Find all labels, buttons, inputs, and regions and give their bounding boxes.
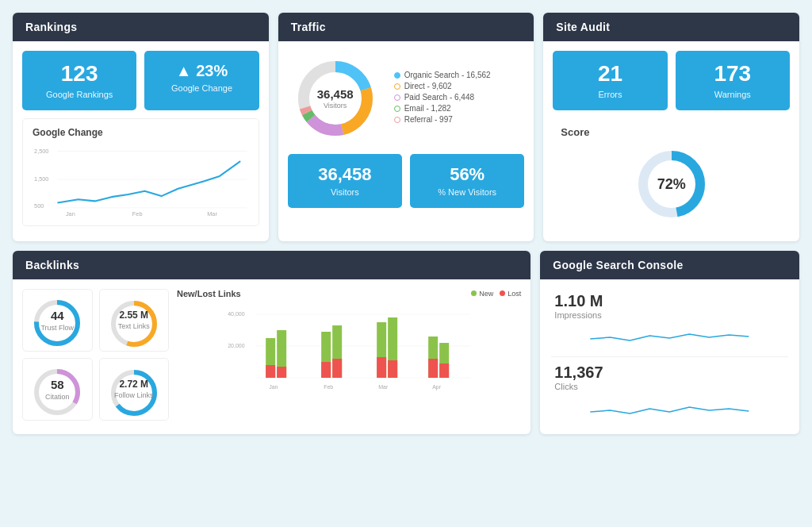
impressions-sparkline [554,323,785,347]
errors-card: 21 Errors [553,51,667,110]
traffic-panel: Traffic [278,13,534,241]
site-audit-header: Site Audit [543,13,799,41]
legend-new: New [471,290,493,298]
line-chart-svg: 2,500 1,500 500 Jan Feb Mar [33,143,249,217]
clicks-sparkline [554,394,785,418]
legend-dot-email [394,106,400,112]
bar-mar-lost-2 [388,360,397,378]
backlinks-panel: Backlinks 44 Trust Flow [13,251,530,434]
errors-label: Errors [561,90,659,99]
legend-dot-organic [394,72,400,79]
backlinks-metrics: 44 Trust Flow 2.55 M Text Links [22,289,169,421]
legend-referral-label: Referral - 997 [404,115,453,124]
new-visitors-value: 56% [418,165,516,184]
traffic-header: Traffic [278,13,534,41]
legend-dot-direct [394,83,400,90]
google-change-card: ▲ 23% Google Change [144,51,259,110]
legend-lost-dot [500,290,505,296]
follow-links-card: 2.72 M Follow Links [99,358,170,421]
audit-stats: 21 Errors 173 Warnings [553,51,790,110]
visitors-card: 36,458 Visitors [288,154,402,208]
errors-value: 21 [561,62,659,87]
google-rankings-value: 123 [30,62,128,87]
legend-email-label: Email - 1,282 [404,104,451,113]
text-links-label: Text Links [118,322,150,330]
traffic-legend: Organic Search - 16,562 Direct - 9,602 P… [394,71,491,126]
legend-lost: Lost [500,290,521,298]
legend-email: Email - 1,282 [394,104,491,113]
chart-title: Google Change [33,127,249,138]
new-visitors-label: % New Visitors [418,187,516,197]
svg-text:1,500: 1,500 [34,175,48,183]
legend-new-dot [471,290,477,296]
legend-new-label: New [479,290,493,298]
traffic-donut: 36,458 Visitors [288,51,383,146]
gsc-panel: Google Search Console 1.10 M Impressions… [540,251,799,434]
svg-text:Mar: Mar [207,210,217,217]
citation-card: 58 Citation [22,358,93,421]
warnings-value: 173 [684,62,782,87]
trust-flow-label: Trust Flow [40,324,74,332]
rankings-header: Rankings [13,13,269,41]
svg-text:40,000: 40,000 [228,311,245,317]
legend-lost-label: Lost [508,290,521,298]
bar-apr-lost-1 [428,359,438,378]
bar-jan-lost-2 [277,367,286,378]
donut-center: 36,458 Visitors [317,88,354,110]
bar-chart-title: New/Lost Links [177,289,241,298]
google-rankings-label: Google Rankings [30,90,128,99]
legend-direct: Direct - 9,602 [394,82,491,90]
bar-apr-lost-2 [439,364,449,378]
google-rankings-card: 123 Google Rankings [22,51,136,110]
google-change-value: ▲ 23% [152,62,251,80]
score-donut: 72% [632,144,711,224]
new-visitors-card: 56% % New Visitors [410,154,524,208]
google-change-chart: Google Change 2,500 1,500 500 Jan Feb Ma… [22,118,259,226]
bar-jan-lost-1 [266,365,275,378]
bar-mar-lost-1 [377,357,386,378]
svg-text:Jan: Jan [66,210,75,217]
google-change-label: Google Change [152,83,251,93]
legend-organic: Organic Search - 16,562 [394,71,491,79]
rankings-panel: Rankings 123 Google Rankings ▲ 23% Googl… [13,13,269,241]
svg-text:20,000: 20,000 [228,343,245,348]
score-section: Score 72% [553,118,790,232]
bar-chart-svg: 40,000 20,000 [177,302,521,405]
clicks-value: 11,367 [554,364,785,382]
clicks-label: Clicks [554,382,785,391]
svg-text:Feb: Feb [132,210,143,217]
impressions-row: 1.10 M Impressions [551,286,788,357]
score-center-value: 72% [657,175,686,192]
donut-value: 36,458 [317,88,354,102]
legend-dot-paid [394,94,400,101]
visitors-value: 36,458 [296,165,394,184]
legend-direct-label: Direct - 9,602 [404,82,452,90]
impressions-label: Impressions [554,310,785,320]
legend-referral: Referral - 997 [394,115,491,124]
visitors-label: Visitors [296,187,394,197]
svg-text:Mar: Mar [378,384,389,390]
new-lost-links-chart: New/Lost Links New Lost [177,289,521,421]
trust-flow-value: 44 [40,309,74,322]
gsc-header: Google Search Console [540,251,799,279]
score-label: Score [561,126,589,138]
trust-flow-card: 44 Trust Flow [22,289,93,352]
svg-text:Jan: Jan [269,384,278,390]
citation-value: 58 [45,378,70,391]
bar-feb-lost-1 [321,362,331,378]
donut-label: Visitors [317,101,354,109]
svg-text:500: 500 [34,202,44,210]
warnings-card: 173 Warnings [676,51,790,110]
follow-links-value: 2.72 M [114,379,154,390]
citation-label: Citation [45,393,70,401]
impressions-value: 1.10 M [554,292,785,310]
traffic-bottom: 36,458 Visitors 56% % New Visitors [288,154,525,208]
bar-chart-header: New/Lost Links New Lost [177,289,521,298]
legend-dot-referral [394,117,400,123]
svg-text:Apr: Apr [432,384,442,390]
backlinks-header: Backlinks [13,251,530,279]
bar-feb-lost-2 [332,359,342,378]
svg-text:Feb: Feb [324,384,333,390]
backlinks-content: 44 Trust Flow 2.55 M Text Links [22,289,521,421]
traffic-top: 36,458 Visitors Organic Search - 16,562 … [288,51,525,146]
